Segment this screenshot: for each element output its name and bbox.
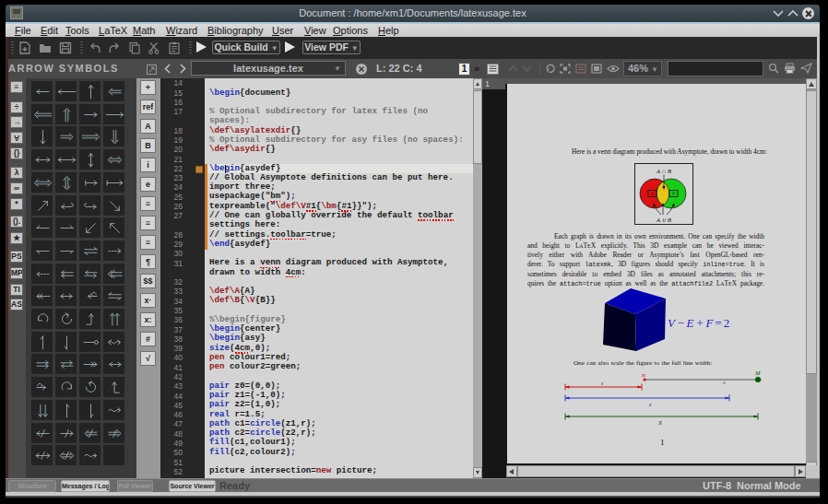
svg-text:A: A	[651, 191, 655, 196]
svg-text:B: B	[672, 191, 676, 196]
svg-text:A ∩ B: A ∩ B	[656, 168, 671, 174]
svg-text:M: M	[754, 370, 761, 376]
svg-text:X: X	[657, 419, 663, 426]
svg-text:z: z	[648, 402, 652, 407]
svg-text:x: x	[722, 380, 726, 385]
svg-text:m: m	[642, 372, 645, 378]
svg-text:s: s	[601, 381, 604, 386]
svg-text:A ∪ B: A ∪ B	[656, 217, 671, 223]
